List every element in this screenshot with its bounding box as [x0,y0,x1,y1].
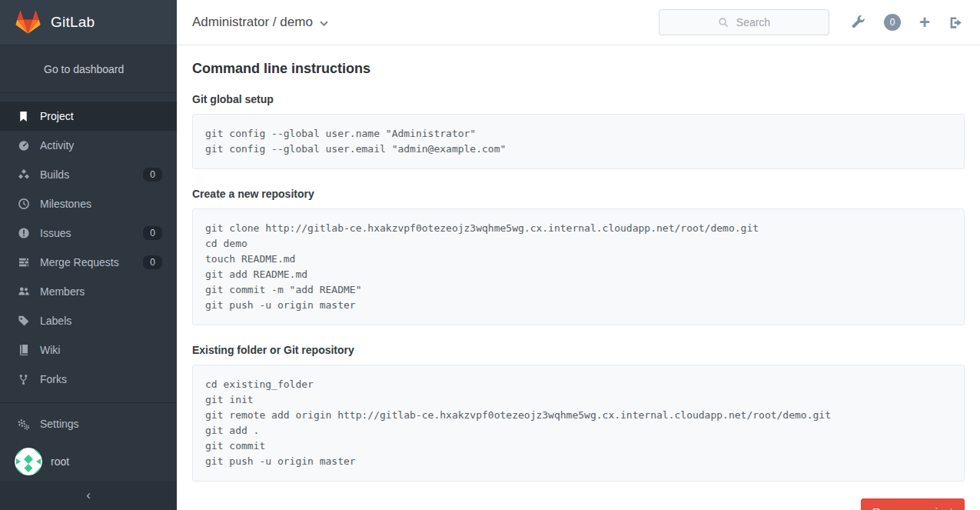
sign-out-icon[interactable] [948,15,963,30]
sidebar-divider [0,402,177,403]
header-icon-group: 0 + [851,13,963,32]
clock-icon [17,198,30,211]
sidebar-item-project[interactable]: Project [0,102,177,131]
code-block-existing-folder: cd existing_folder git init git remote a… [192,365,965,482]
gitlab-app: GitLab Go to dashboard Project Activity [0,0,980,510]
section-title: Create a new repository [192,188,965,200]
sidebar-item-label: Wiki [40,344,60,356]
todos-count-badge[interactable]: 0 [884,14,901,31]
book-icon [17,344,30,357]
builds-count-badge: 0 [143,168,162,182]
section-create-new-repository: Create a new repository git clone http:/… [192,188,965,325]
sidebar-item-label: Labels [40,315,71,327]
chevron-left-icon: ‹ [86,488,91,503]
remove-project-button[interactable]: Remove project [861,498,965,510]
page-content: Command line instructions Git global set… [177,45,980,510]
sidebar-item-forks[interactable]: Forks [0,365,177,394]
danger-actions-row: Remove project [192,498,965,510]
sidebar-item-builds[interactable]: Builds 0 [0,160,177,189]
sidebar-item-label: Members [40,285,85,298]
sidebar-collapse-toggle[interactable]: ‹ [0,481,177,510]
sidebar-item-milestones[interactable]: Milestones [0,189,177,218]
sidebar-item-label: Milestones [40,198,91,210]
merge-requests-count-badge: 0 [143,255,162,269]
sidebar-item-settings[interactable]: Settings [0,409,177,438]
sidebar-item-issues[interactable]: Issues 0 [0,218,177,248]
sidebar-item-label: Builds [40,168,69,181]
user-name-label: root [51,455,69,468]
todos-count: 0 [890,17,895,28]
current-user-link[interactable]: root [0,442,177,482]
gitlab-home-link[interactable]: GitLab [0,0,177,45]
sidebar-item-label: Forks [40,373,67,385]
gear-icon [17,418,30,431]
section-title: Git global setup [192,93,965,105]
fork-icon [17,373,30,386]
tasks-icon [17,256,30,269]
new-project-plus-icon[interactable]: + [919,13,930,32]
dashboard-icon [17,139,30,152]
code-block-git-global-setup: git config --global user.name "Administr… [192,114,965,169]
top-header: Administrator / demo Search [177,0,980,45]
sidebar-item-activity[interactable]: Activity [0,131,177,160]
search-placeholder: Search [736,16,770,28]
tag-icon [17,315,30,328]
section-git-global-setup: Git global setup git config --global use… [192,93,965,169]
sidebar: GitLab Go to dashboard Project Activity [0,0,177,510]
gitlab-tanuki-logo-icon [15,10,41,35]
sidebar-item-label: Activity [40,139,74,152]
code-block-create-new-repository: git clone http://gitlab-ce.hxakzvpf0otez… [192,208,965,325]
sidebar-item-members[interactable]: Members [0,277,177,306]
bookmark-icon [17,110,30,123]
gitlab-logo-text: GitLab [51,14,95,31]
header-actions: Search 0 + [659,9,963,35]
go-to-dashboard-label: Go to dashboard [44,63,124,75]
breadcrumb-text: Administrator / demo [192,15,313,30]
users-icon [17,285,30,298]
breadcrumb[interactable]: Administrator / demo [192,15,328,30]
sidebar-item-labels[interactable]: Labels [0,306,177,335]
page-title: Command line instructions [192,61,965,77]
sidebar-item-label: Settings [40,418,79,430]
admin-wrench-icon[interactable] [851,15,865,30]
chevron-down-icon[interactable] [320,21,328,27]
exclamation-circle-icon [17,227,30,240]
sidebar-item-merge-requests[interactable]: Merge Requests 0 [0,248,177,277]
sidebar-item-label: Issues [40,227,71,239]
main-area: Administrator / demo Search [177,0,980,510]
sidebar-item-label: Merge Requests [40,256,119,268]
sidebar-item-wiki[interactable]: Wiki [0,335,177,365]
go-to-dashboard-link[interactable]: Go to dashboard [0,45,177,93]
search-icon [718,17,729,28]
search-input[interactable]: Search [659,9,829,35]
cubes-icon [17,168,30,182]
issues-count-badge: 0 [143,226,162,240]
sidebar-item-label: Project [40,110,74,122]
project-nav: Project Activity Builds 0 Milestones [0,102,177,394]
section-existing-folder: Existing folder or Git repository cd exi… [192,344,965,482]
user-avatar [15,448,42,475]
section-title: Existing folder or Git repository [192,344,965,356]
